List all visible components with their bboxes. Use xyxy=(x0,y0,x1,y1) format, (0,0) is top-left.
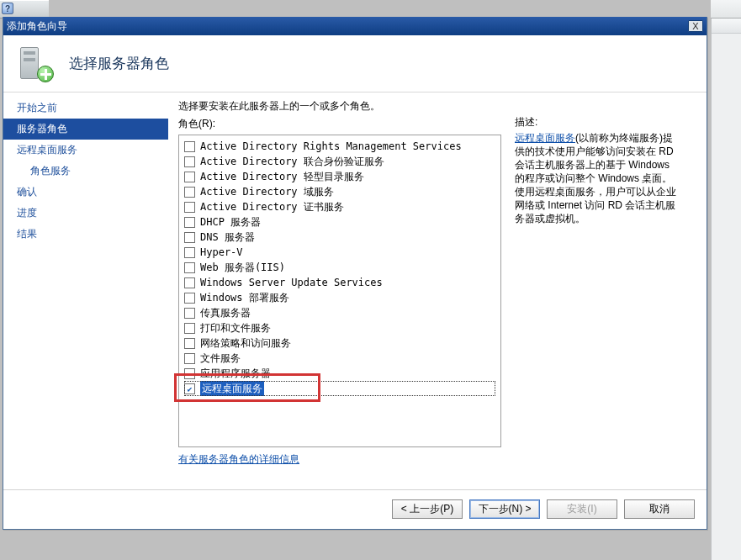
role-checkbox[interactable] xyxy=(184,172,195,182)
role-label: Active Directory 证书服务 xyxy=(200,199,344,214)
role-checkbox[interactable] xyxy=(184,232,195,243)
roles-label: 角色(R): xyxy=(178,117,501,131)
role-item[interactable]: 应用程序服务器 xyxy=(184,366,495,381)
wizard-step[interactable]: 结果 xyxy=(3,224,168,245)
role-item[interactable]: 文件服务 xyxy=(184,351,495,366)
role-checkbox[interactable] xyxy=(184,141,195,152)
role-item[interactable]: Active Directory Rights Management Servi… xyxy=(184,139,495,154)
instruction-text: 选择要安装在此服务器上的一个或多个角色。 xyxy=(178,99,696,114)
wizard-steps-sidebar: 开始之前服务器角色远程桌面服务角色服务确认进度结果 xyxy=(3,92,168,489)
role-checkbox[interactable] xyxy=(184,187,195,198)
role-checkbox[interactable] xyxy=(184,247,195,258)
role-item[interactable]: Web 服务器(IIS) xyxy=(184,260,495,275)
description-body: 远程桌面服务(以前称为终端服务)提供的技术使用户能够访问安装在 RD 会话主机服… xyxy=(515,131,680,225)
role-label: DHCP 服务器 xyxy=(200,214,261,230)
role-label: 网络策略和访问服务 xyxy=(200,335,291,351)
role-item[interactable]: Active Directory 轻型目录服务 xyxy=(184,169,495,184)
role-label: Windows 部署服务 xyxy=(200,290,289,305)
wizard-step[interactable]: 角色服务 xyxy=(3,161,168,182)
role-checkbox[interactable] xyxy=(184,217,195,228)
role-label: 打印和文件服务 xyxy=(200,320,271,335)
titlebar: 添加角色向导 X xyxy=(3,17,707,35)
role-label: 传真服务器 xyxy=(200,305,251,320)
more-info-link[interactable]: 有关服务器角色的详细信息 xyxy=(178,453,299,465)
next-button[interactable]: 下一步(N) > xyxy=(469,499,540,519)
role-label: Active Directory Rights Management Servi… xyxy=(200,139,462,154)
description-title: 描述: xyxy=(515,115,680,129)
role-checkbox[interactable] xyxy=(184,383,195,394)
description-link[interactable]: 远程桌面服务 xyxy=(515,132,575,144)
role-label: 应用程序服务器 xyxy=(200,366,271,381)
role-item[interactable]: Windows 部署服务 xyxy=(184,290,495,305)
role-item[interactable]: 打印和文件服务 xyxy=(184,320,495,335)
install-button[interactable]: 安装(I) xyxy=(547,499,617,519)
role-item[interactable]: Hyper-V xyxy=(184,245,495,260)
server-add-icon xyxy=(15,44,56,84)
role-checkbox[interactable] xyxy=(184,368,195,379)
wizard-step[interactable]: 确认 xyxy=(3,182,168,203)
role-checkbox[interactable] xyxy=(184,202,195,213)
wizard-step[interactable]: 开始之前 xyxy=(3,98,168,119)
role-label: 远程桌面服务 xyxy=(200,381,264,396)
roles-list[interactable]: Active Directory Rights Management Servi… xyxy=(178,135,501,447)
role-checkbox[interactable] xyxy=(184,308,195,319)
role-item[interactable]: 网络策略和访问服务 xyxy=(184,335,495,351)
role-label: Hyper-V xyxy=(200,245,243,260)
role-item[interactable]: DHCP 服务器 xyxy=(184,214,495,230)
role-checkbox[interactable] xyxy=(184,353,195,364)
wizard-step[interactable]: 服务器角色 xyxy=(3,119,168,140)
role-label: 文件服务 xyxy=(200,351,241,366)
role-checkbox[interactable] xyxy=(184,156,195,167)
wizard-step[interactable]: 进度 xyxy=(3,203,168,224)
role-item[interactable]: DNS 服务器 xyxy=(184,230,495,245)
role-checkbox[interactable] xyxy=(184,338,195,349)
add-roles-wizard-dialog: 添加角色向导 X 选择服务器角色 开始之前服务器角色远程桌面服务角色服务确认进度… xyxy=(3,17,707,530)
role-checkbox[interactable] xyxy=(184,293,195,304)
role-label: Web 服务器(IIS) xyxy=(200,260,285,275)
role-label: Active Directory 轻型目录服务 xyxy=(200,169,364,184)
cancel-button[interactable]: 取消 xyxy=(624,499,695,519)
description-panel: 描述: 远程桌面服务(以前称为终端服务)提供的技术使用户能够访问安装在 RD 会… xyxy=(515,115,680,467)
role-checkbox[interactable] xyxy=(184,277,195,288)
role-label: DNS 服务器 xyxy=(200,230,255,245)
window-title: 添加角色向导 xyxy=(7,19,688,34)
page-heading: 选择服务器角色 xyxy=(69,54,169,73)
role-label: Windows Server Update Services xyxy=(200,275,383,290)
role-item[interactable]: Active Directory 证书服务 xyxy=(184,199,495,214)
wizard-banner: 选择服务器角色 xyxy=(3,35,707,92)
wizard-step[interactable]: 远程桌面服务 xyxy=(3,140,168,161)
role-item[interactable]: 远程桌面服务 xyxy=(184,381,495,396)
role-label: Active Directory 域服务 xyxy=(200,184,334,199)
role-item[interactable]: Windows Server Update Services xyxy=(184,275,495,290)
role-item[interactable]: Active Directory 联合身份验证服务 xyxy=(184,154,495,169)
back-button[interactable]: < 上一步(P) xyxy=(392,499,463,519)
role-item[interactable]: Active Directory 域服务 xyxy=(184,184,495,199)
help-icon[interactable]: ? xyxy=(2,3,13,14)
role-item[interactable]: 传真服务器 xyxy=(184,305,495,320)
close-button[interactable]: X xyxy=(688,20,703,32)
role-checkbox[interactable] xyxy=(184,262,195,273)
wizard-footer: < 上一步(P) 下一步(N) > 安装(I) 取消 xyxy=(3,489,707,528)
role-checkbox[interactable] xyxy=(184,323,195,334)
role-label: Active Directory 联合身份验证服务 xyxy=(200,154,384,169)
